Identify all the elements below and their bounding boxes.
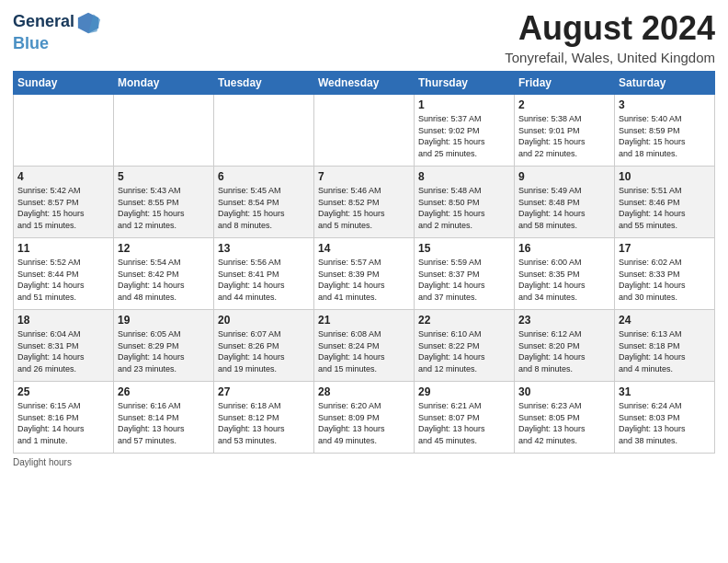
cell-info: Sunrise: 6:02 AM Sunset: 8:33 PM Dayligh… [619,257,711,303]
cell-info: Sunrise: 6:20 AM Sunset: 8:09 PM Dayligh… [318,400,410,446]
calendar-week-row: 18Sunrise: 6:04 AM Sunset: 8:31 PM Dayli… [14,310,715,382]
cell-info: Sunrise: 6:05 AM Sunset: 8:29 PM Dayligh… [118,328,210,374]
calendar-cell [314,95,415,167]
calendar-cell [14,95,114,167]
day-number: 10 [619,170,711,183]
calendar-cell: 4Sunrise: 5:42 AM Sunset: 8:57 PM Daylig… [14,167,114,238]
cell-info: Sunrise: 6:04 AM Sunset: 8:31 PM Dayligh… [17,328,109,374]
logo: General Blue [13,9,102,53]
day-number: 14 [318,242,410,255]
cell-info: Sunrise: 5:51 AM Sunset: 8:46 PM Dayligh… [619,185,711,231]
cell-info: Sunrise: 5:52 AM Sunset: 8:44 PM Dayligh… [17,257,109,303]
day-number: 24 [619,314,711,327]
calendar-cell: 17Sunrise: 6:02 AM Sunset: 8:33 PM Dayli… [615,238,715,310]
main-container: General Blue August 2024 Tonyrefail, Wal… [0,0,728,475]
cell-info: Sunrise: 5:59 AM Sunset: 8:37 PM Dayligh… [418,257,510,303]
cell-info: Sunrise: 5:40 AM Sunset: 8:59 PM Dayligh… [619,113,711,159]
cell-info: Sunrise: 5:49 AM Sunset: 8:48 PM Dayligh… [518,185,610,231]
day-number: 29 [418,385,510,398]
day-number: 25 [17,385,109,398]
calendar-header-row: SundayMondayTuesdayWednesdayThursdayFrid… [14,72,715,95]
cell-info: Sunrise: 5:45 AM Sunset: 8:54 PM Dayligh… [218,185,310,231]
calendar-cell: 14Sunrise: 5:57 AM Sunset: 8:39 PM Dayli… [314,238,415,310]
cell-info: Sunrise: 6:18 AM Sunset: 8:12 PM Dayligh… [218,400,310,446]
cell-info: Sunrise: 6:23 AM Sunset: 8:05 PM Dayligh… [518,400,610,446]
calendar-cell: 28Sunrise: 6:20 AM Sunset: 8:09 PM Dayli… [314,382,415,454]
day-header: Thursday [415,72,515,95]
day-number: 5 [118,170,210,183]
day-number: 12 [118,242,210,255]
calendar-cell: 18Sunrise: 6:04 AM Sunset: 8:31 PM Dayli… [14,310,114,382]
day-header: Saturday [615,72,715,95]
cell-info: Sunrise: 6:07 AM Sunset: 8:26 PM Dayligh… [218,328,310,374]
logo-icon [76,9,102,35]
cell-info: Sunrise: 5:46 AM Sunset: 8:52 PM Dayligh… [318,185,410,231]
cell-info: Sunrise: 5:43 AM Sunset: 8:55 PM Dayligh… [118,185,210,231]
calendar-cell: 31Sunrise: 6:24 AM Sunset: 8:03 PM Dayli… [615,382,715,454]
footer-note: Daylight hours [13,457,715,467]
calendar-week-row: 11Sunrise: 5:52 AM Sunset: 8:44 PM Dayli… [14,238,715,310]
day-number: 1 [418,98,510,111]
calendar-cell: 24Sunrise: 6:13 AM Sunset: 8:18 PM Dayli… [615,310,715,382]
calendar-cell: 29Sunrise: 6:21 AM Sunset: 8:07 PM Dayli… [415,382,515,454]
calendar-cell: 25Sunrise: 6:15 AM Sunset: 8:16 PM Dayli… [14,382,114,454]
day-number: 2 [518,98,610,111]
day-number: 23 [518,314,610,327]
day-header: Sunday [14,72,114,95]
day-number: 26 [118,385,210,398]
cell-info: Sunrise: 5:57 AM Sunset: 8:39 PM Dayligh… [318,257,410,303]
day-number: 8 [418,170,510,183]
logo-text: General [13,13,74,31]
calendar-week-row: 25Sunrise: 6:15 AM Sunset: 8:16 PM Dayli… [14,382,715,454]
day-number: 30 [518,385,610,398]
calendar-cell: 10Sunrise: 5:51 AM Sunset: 8:46 PM Dayli… [615,167,715,238]
cell-info: Sunrise: 5:38 AM Sunset: 9:01 PM Dayligh… [518,113,610,159]
calendar-cell [214,95,314,167]
calendar-table: SundayMondayTuesdayWednesdayThursdayFrid… [13,71,715,454]
calendar-cell: 9Sunrise: 5:49 AM Sunset: 8:48 PM Daylig… [515,167,615,238]
cell-info: Sunrise: 5:42 AM Sunset: 8:57 PM Dayligh… [17,185,109,231]
calendar-cell: 21Sunrise: 6:08 AM Sunset: 8:24 PM Dayli… [314,310,415,382]
calendar-cell: 26Sunrise: 6:16 AM Sunset: 8:14 PM Dayli… [114,382,214,454]
header: General Blue August 2024 Tonyrefail, Wal… [13,9,715,65]
day-number: 21 [318,314,410,327]
day-header: Wednesday [314,72,415,95]
day-header: Monday [114,72,214,95]
day-number: 27 [218,385,310,398]
day-number: 28 [318,385,410,398]
calendar-cell: 27Sunrise: 6:18 AM Sunset: 8:12 PM Dayli… [214,382,314,454]
calendar-cell: 12Sunrise: 5:54 AM Sunset: 8:42 PM Dayli… [114,238,214,310]
day-number: 19 [118,314,210,327]
day-header: Friday [515,72,615,95]
day-number: 6 [218,170,310,183]
day-number: 3 [619,98,711,111]
calendar-cell: 1Sunrise: 5:37 AM Sunset: 9:02 PM Daylig… [415,95,515,167]
cell-info: Sunrise: 6:24 AM Sunset: 8:03 PM Dayligh… [619,400,711,446]
day-number: 15 [418,242,510,255]
cell-info: Sunrise: 6:00 AM Sunset: 8:35 PM Dayligh… [518,257,610,303]
cell-info: Sunrise: 6:16 AM Sunset: 8:14 PM Dayligh… [118,400,210,446]
cell-info: Sunrise: 6:13 AM Sunset: 8:18 PM Dayligh… [619,328,711,374]
day-number: 31 [619,385,711,398]
day-number: 13 [218,242,310,255]
cell-info: Sunrise: 5:37 AM Sunset: 9:02 PM Dayligh… [418,113,510,159]
calendar-cell [114,95,214,167]
calendar-week-row: 1Sunrise: 5:37 AM Sunset: 9:02 PM Daylig… [14,95,715,167]
day-number: 16 [518,242,610,255]
calendar-cell: 7Sunrise: 5:46 AM Sunset: 8:52 PM Daylig… [314,167,415,238]
cell-info: Sunrise: 5:56 AM Sunset: 8:41 PM Dayligh… [218,257,310,303]
calendar-cell: 23Sunrise: 6:12 AM Sunset: 8:20 PM Dayli… [515,310,615,382]
cell-info: Sunrise: 6:15 AM Sunset: 8:16 PM Dayligh… [17,400,109,446]
cell-info: Sunrise: 5:48 AM Sunset: 8:50 PM Dayligh… [418,185,510,231]
logo-blue: Blue [13,34,49,52]
title-block: August 2024 Tonyrefail, Wales, United Ki… [505,9,715,65]
calendar-cell: 2Sunrise: 5:38 AM Sunset: 9:01 PM Daylig… [515,95,615,167]
cell-info: Sunrise: 5:54 AM Sunset: 8:42 PM Dayligh… [118,257,210,303]
calendar-week-row: 4Sunrise: 5:42 AM Sunset: 8:57 PM Daylig… [14,167,715,238]
day-number: 17 [619,242,711,255]
day-header: Tuesday [214,72,314,95]
cell-info: Sunrise: 6:08 AM Sunset: 8:24 PM Dayligh… [318,328,410,374]
calendar-cell: 13Sunrise: 5:56 AM Sunset: 8:41 PM Dayli… [214,238,314,310]
day-number: 4 [17,170,109,183]
calendar-cell: 22Sunrise: 6:10 AM Sunset: 8:22 PM Dayli… [415,310,515,382]
